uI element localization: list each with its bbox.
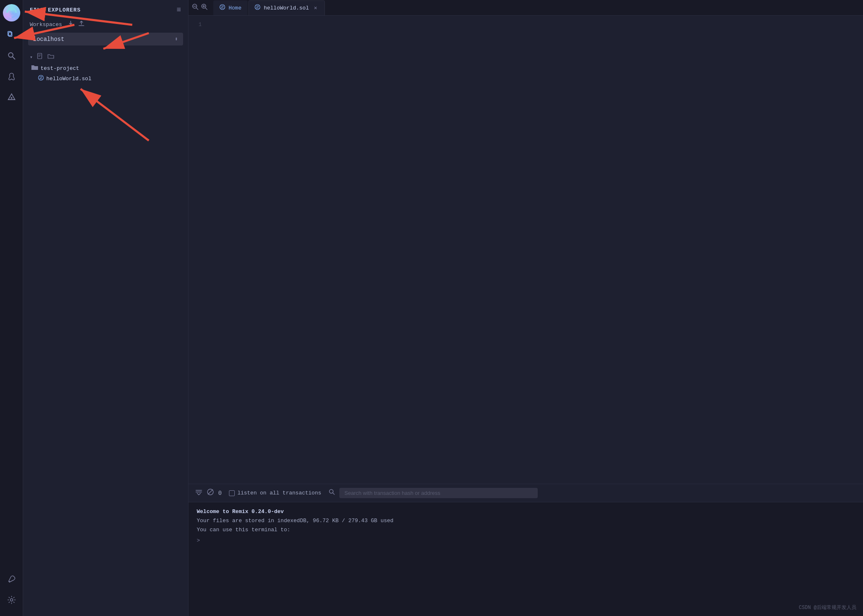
terminal-area: 0 listen on all transactions Welcome to … (188, 484, 863, 616)
tab-bar: Home helloWorld.sol ✕ (188, 0, 863, 16)
editor-content: 1 (188, 16, 863, 484)
svg-point-8 (9, 581, 10, 583)
workspaces-row: Workspaces (23, 18, 188, 33)
workspaces-icons (67, 20, 85, 29)
editor-text-area[interactable] (208, 16, 863, 484)
workspace-dropdown-arrow: ⬍ (175, 36, 178, 43)
deploy-activity-icon[interactable] (5, 90, 19, 104)
svg-point-1 (10, 11, 14, 15)
svg-line-16 (196, 8, 198, 10)
listen-checkbox[interactable] (229, 490, 235, 496)
folder-name: test-project (41, 65, 79, 72)
wrench-activity-icon[interactable] (5, 572, 19, 586)
terminal-count: 0 (218, 490, 222, 497)
terminal-info-line-2: You can use this terminal to: (197, 525, 855, 535)
svg-line-27 (208, 489, 213, 494)
tab-home-label: Home (229, 5, 241, 11)
terminal-search-input[interactable] (339, 488, 538, 498)
sidebar-header: FILE EXPLORERS ≡ (23, 0, 188, 18)
sidebar: FILE EXPLORERS ≡ Workspaces (23, 0, 188, 616)
tab-helloworld-label: helloWorld.sol (264, 5, 309, 11)
svg-point-4 (8, 53, 13, 57)
svg-point-7 (11, 97, 12, 99)
search-activity-icon[interactable] (5, 49, 19, 63)
workspace-select-container: localhost ⬍ (23, 33, 188, 50)
workspaces-label: Workspaces (30, 21, 62, 28)
download-workspace-icon[interactable] (67, 20, 74, 29)
sidebar-title: FILE EXPLORERS (30, 7, 81, 13)
terminal-collapse-icon[interactable] (195, 488, 203, 498)
zoom-in-icon[interactable] (201, 3, 207, 12)
gear-activity-icon[interactable] (5, 593, 19, 607)
tree-collapse-chevron[interactable]: ▾ (30, 54, 33, 60)
tab-helloworld[interactable]: helloWorld.sol ✕ (248, 0, 325, 15)
files-activity-icon[interactable] (5, 28, 19, 42)
line-number-1: 1 (195, 21, 202, 29)
upload-workspace-icon[interactable] (78, 20, 85, 29)
file-name: helloWorld.sol (46, 76, 91, 82)
terminal-welcome-message: Welcome to Remix 0.24.0-dev (197, 507, 855, 516)
no-listen-icon[interactable] (207, 488, 214, 498)
terminal-content: Welcome to Remix 0.24.0-dev Your files a… (188, 502, 863, 616)
sol-file-icon (38, 75, 44, 82)
tab-home[interactable]: Home (213, 0, 248, 15)
listen-checkbox-container[interactable]: listen on all transactions (229, 490, 321, 496)
sidebar-menu-icon[interactable]: ≡ (176, 6, 181, 14)
activity-bar (0, 0, 23, 616)
folder-icon (31, 64, 38, 72)
line-numbers: 1 (188, 16, 208, 484)
terminal-info-line-1: Your files are stored in indexedDB, 96.7… (197, 516, 855, 525)
svg-line-29 (333, 493, 334, 494)
tab-close-button[interactable]: ✕ (312, 5, 319, 11)
workspace-select[interactable]: localhost ⬍ (28, 33, 183, 45)
svg-line-19 (205, 8, 207, 10)
svg-line-5 (12, 57, 15, 60)
terminal-search-icon[interactable] (329, 489, 335, 497)
git-activity-icon[interactable] (5, 69, 19, 84)
new-folder-icon[interactable] (48, 53, 54, 62)
app-logo[interactable] (3, 4, 20, 21)
watermark: CSDN @后端常规开发人员 (799, 604, 856, 611)
helloworld-tab-icon (255, 4, 260, 12)
svg-point-9 (10, 599, 13, 601)
listen-checkbox-label: listen on all transactions (237, 490, 321, 496)
terminal-toolbar: 0 listen on all transactions (188, 484, 863, 502)
workspace-current-value: localhost (33, 36, 64, 43)
terminal-prompt[interactable]: > (197, 536, 855, 545)
tree-controls: ▾ (23, 51, 188, 63)
tree-file-item[interactable]: helloWorld.sol (23, 74, 188, 84)
new-file-icon[interactable] (37, 53, 43, 62)
file-tree: ▾ (23, 50, 188, 616)
tree-folder-item[interactable]: test-project (23, 63, 188, 74)
zoom-controls (192, 3, 207, 12)
zoom-out-icon[interactable] (192, 3, 198, 12)
home-tab-icon (219, 4, 225, 12)
main-area: Home helloWorld.sol ✕ 1 (188, 0, 863, 616)
